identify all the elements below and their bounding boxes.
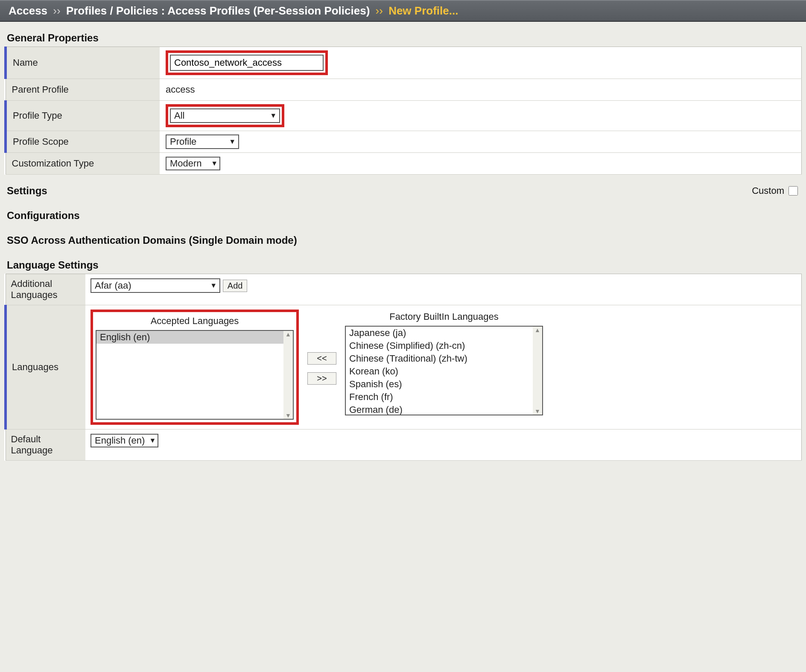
chevron-down-icon: ▼ bbox=[270, 112, 277, 120]
table-row: Default Language English (en) ▼ bbox=[6, 429, 802, 461]
list-item[interactable]: Japanese (ja) bbox=[346, 327, 542, 339]
list-item[interactable]: Spanish (es) bbox=[346, 378, 542, 391]
parent-profile-label: Parent Profile bbox=[6, 79, 160, 101]
mover-buttons: << >> bbox=[307, 310, 336, 385]
chevron-down-icon: ▼ bbox=[211, 160, 218, 167]
chevron-down-icon: ▼ bbox=[210, 282, 217, 289]
breadcrumb-sep-icon: ›› bbox=[373, 4, 385, 17]
breadcrumb: Access ›› Profiles / Policies : Access P… bbox=[0, 0, 806, 22]
list-item[interactable]: Chinese (Simplified) (zh-cn) bbox=[346, 339, 542, 352]
highlight-profile-type: All ▼ bbox=[166, 104, 284, 127]
builtin-languages-listbox[interactable]: Japanese (ja)Chinese (Simplified) (zh-cn… bbox=[345, 326, 543, 415]
profile-scope-value: Profile bbox=[170, 136, 196, 147]
move-left-button[interactable]: << bbox=[307, 352, 336, 365]
scroll-down-icon[interactable]: ▼ bbox=[534, 408, 540, 415]
settings-heading-row: Settings Custom bbox=[4, 175, 802, 199]
profile-type-value: All bbox=[174, 110, 184, 121]
table-row: Profile Scope Profile ▼ bbox=[6, 131, 802, 153]
highlight-accepted-languages: Accepted Languages English (en) ▲ ▼ bbox=[91, 310, 299, 425]
move-right-button[interactable]: >> bbox=[307, 372, 336, 385]
custom-checkbox-label[interactable]: Custom bbox=[752, 185, 799, 197]
list-item[interactable]: Chinese (Traditional) (zh-tw) bbox=[346, 352, 542, 365]
add-language-button[interactable]: Add bbox=[223, 280, 248, 292]
additional-languages-value: Afar (aa) bbox=[95, 280, 131, 291]
language-settings-heading: Language Settings bbox=[4, 249, 802, 274]
highlight-name bbox=[166, 50, 328, 75]
settings-heading: Settings bbox=[7, 185, 47, 197]
profile-scope-select[interactable]: Profile ▼ bbox=[166, 134, 239, 149]
configurations-heading: Configurations bbox=[4, 199, 802, 224]
table-row: Parent Profile access bbox=[6, 79, 802, 101]
breadcrumb-sep-icon: ›› bbox=[50, 4, 63, 17]
table-row: Additional Languages Afar (aa) ▼ Add bbox=[6, 274, 802, 305]
name-label: Name bbox=[6, 47, 160, 79]
additional-languages-select[interactable]: Afar (aa) ▼ bbox=[91, 278, 220, 293]
custom-label-text: Custom bbox=[752, 185, 784, 196]
customization-type-select[interactable]: Modern ▼ bbox=[166, 157, 220, 170]
profile-type-select[interactable]: All ▼ bbox=[170, 108, 280, 123]
general-properties-table: Name Parent Profile access Profile Type … bbox=[4, 47, 802, 175]
chevron-down-icon: ▼ bbox=[149, 437, 156, 444]
profile-type-label: Profile Type bbox=[6, 101, 160, 131]
list-item[interactable]: Korean (ko) bbox=[346, 365, 542, 378]
accepted-languages-listbox[interactable]: English (en) ▲ ▼ bbox=[96, 330, 294, 420]
scroll-up-icon[interactable]: ▲ bbox=[285, 331, 291, 338]
default-language-label: Default Language bbox=[6, 429, 85, 461]
accepted-languages-heading: Accepted Languages bbox=[96, 314, 294, 330]
scrollbar[interactable]: ▲ ▼ bbox=[283, 331, 293, 419]
customization-type-value: Modern bbox=[170, 158, 202, 169]
table-row: Customization Type Modern ▼ bbox=[6, 153, 802, 175]
scroll-up-icon[interactable]: ▲ bbox=[534, 327, 540, 333]
general-properties-heading: General Properties bbox=[4, 22, 802, 47]
breadcrumb-current: New Profile... bbox=[388, 4, 458, 17]
scroll-down-icon[interactable]: ▼ bbox=[285, 412, 291, 419]
scrollbar[interactable]: ▲ ▼ bbox=[533, 327, 542, 415]
list-item[interactable]: German (de) bbox=[346, 403, 542, 415]
profile-scope-label: Profile Scope bbox=[6, 131, 160, 153]
name-input[interactable] bbox=[170, 55, 324, 71]
list-item[interactable]: English (en) bbox=[96, 331, 293, 344]
dual-list: Accepted Languages English (en) ▲ ▼ bbox=[91, 310, 796, 425]
parent-profile-value: access bbox=[160, 79, 802, 101]
table-row: Profile Type All ▼ bbox=[6, 101, 802, 131]
additional-languages-label: Additional Languages bbox=[6, 274, 85, 305]
language-settings-table: Additional Languages Afar (aa) ▼ Add Lan… bbox=[4, 274, 802, 461]
builtin-languages-heading: Factory BuiltIn Languages bbox=[345, 310, 543, 326]
table-row: Languages Accepted Languages English (en… bbox=[6, 305, 802, 429]
breadcrumb-middle[interactable]: Profiles / Policies : Access Profiles (P… bbox=[66, 4, 370, 17]
breadcrumb-root[interactable]: Access bbox=[9, 4, 47, 17]
table-row: Name bbox=[6, 47, 802, 79]
chevron-down-icon: ▼ bbox=[229, 138, 236, 146]
default-language-select[interactable]: English (en) ▼ bbox=[91, 434, 158, 447]
custom-checkbox[interactable] bbox=[788, 186, 798, 196]
languages-label: Languages bbox=[6, 305, 85, 429]
default-language-value: English (en) bbox=[95, 435, 145, 446]
sso-heading: SSO Across Authentication Domains (Singl… bbox=[4, 224, 802, 249]
customization-type-label: Customization Type bbox=[6, 153, 160, 175]
list-item[interactable]: French (fr) bbox=[346, 391, 542, 403]
